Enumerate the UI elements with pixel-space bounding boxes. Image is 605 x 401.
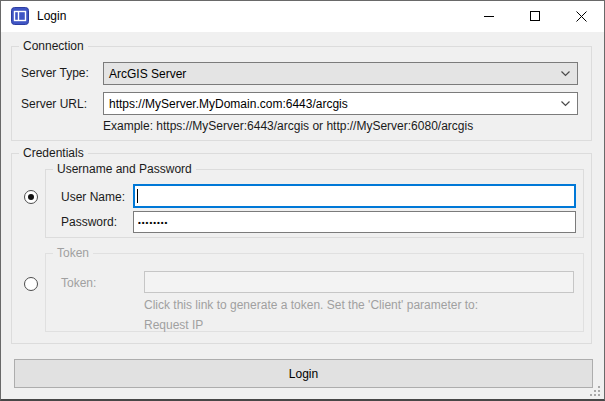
- login-button[interactable]: Login: [14, 359, 593, 388]
- titlebar[interactable]: Login: [1, 1, 604, 32]
- text-caret: [137, 189, 138, 203]
- username-label: User Name:: [61, 190, 125, 204]
- token-input: [144, 271, 574, 293]
- username-password-radio[interactable]: [24, 190, 38, 204]
- server-type-label: Server Type:: [21, 66, 89, 80]
- connection-group-label: Connection: [19, 39, 88, 54]
- maximize-button[interactable]: [512, 1, 558, 31]
- token-group-label: Token: [53, 246, 93, 261]
- token-request-ip-link[interactable]: Request IP: [144, 318, 203, 332]
- minimize-icon: [484, 11, 495, 22]
- username-input[interactable]: [133, 184, 576, 208]
- chevron-down-icon: [561, 101, 570, 107]
- username-password-group-label: Username and Password: [53, 162, 196, 177]
- minimize-button[interactable]: [466, 1, 512, 31]
- maximize-icon: [530, 11, 541, 22]
- server-url-combobox[interactable]: https://MyServer.MyDomain.com:6443/arcgi…: [103, 92, 578, 115]
- password-input[interactable]: [133, 211, 576, 233]
- server-url-value: https://MyServer.MyDomain.com:6443/arcgi…: [109, 97, 348, 111]
- app-window-icon: [11, 7, 29, 25]
- server-type-value: ArcGIS Server: [109, 67, 186, 81]
- caption-buttons: [466, 1, 604, 31]
- server-url-example: Example: https://MyServer:6443/arcgis or…: [103, 119, 473, 133]
- close-button[interactable]: [558, 1, 604, 31]
- credentials-group-label: Credentials: [19, 146, 88, 161]
- server-type-dropdown[interactable]: ArcGIS Server: [103, 62, 578, 85]
- resize-grip[interactable]: [590, 386, 601, 397]
- token-label: Token:: [61, 276, 96, 290]
- login-dialog: Login Connection Server Type:: [0, 0, 605, 401]
- password-label: Password:: [61, 215, 117, 229]
- token-radio[interactable]: [24, 277, 38, 291]
- close-icon: [576, 11, 587, 22]
- server-url-label: Server URL:: [21, 97, 87, 111]
- window-title: Login: [37, 9, 66, 23]
- chevron-down-icon: [561, 71, 570, 77]
- token-hint-text: Click this link to generate a token. Set…: [144, 298, 478, 312]
